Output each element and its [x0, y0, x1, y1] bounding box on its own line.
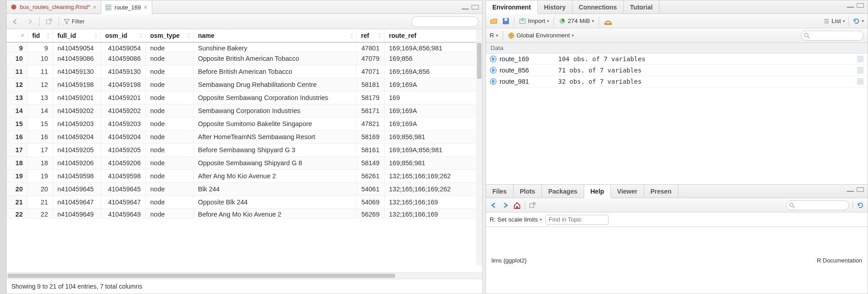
minimize-pane-icon[interactable] [462, 5, 469, 9]
tab-help[interactable]: Help [584, 185, 611, 198]
svg-rect-22 [858, 56, 863, 62]
chevron-down-icon: ▾ [843, 18, 845, 23]
svg-line-20 [808, 36, 809, 38]
popout-icon[interactable] [529, 202, 536, 209]
data-frame-icon[interactable] [857, 55, 864, 63]
import-dataset-dropdown[interactable]: Import ▾ [519, 18, 549, 25]
col-osm-type[interactable]: osm_type [145, 29, 193, 42]
table-row[interactable]: 99n410459054410459054nodeSunshine Bakery… [7, 42, 482, 52]
chevron-down-icon: ▾ [540, 217, 542, 222]
env-section-data: Data [486, 43, 868, 54]
tab-environment[interactable]: Environment [486, 1, 538, 14]
table-row[interactable]: 1414n410459202410459202nodeSembawang Cor… [7, 104, 482, 118]
load-workspace-icon[interactable] [490, 17, 498, 25]
home-icon[interactable] [513, 202, 521, 209]
col-fid[interactable]: fid [27, 29, 53, 42]
expand-icon[interactable] [490, 67, 497, 74]
environment-scope-dropdown[interactable]: Global Environment ▾ [508, 32, 574, 39]
env-object-name: route_981 [500, 78, 558, 85]
tab-bus-routes-cleaning[interactable]: bus_routes_cleaning.Rmd* × [7, 0, 101, 14]
env-object-desc: 104 obs. of 7 variables [558, 55, 857, 63]
tab-tutorial[interactable]: Tutorial [624, 0, 659, 14]
table-row[interactable]: 1919n410459598410459598nodeAfter Ang Mo … [7, 170, 482, 183]
refresh-icon[interactable] [857, 202, 864, 209]
minimize-pane-icon[interactable] [847, 3, 854, 8]
close-icon[interactable]: × [93, 4, 96, 11]
table-row[interactable]: 1313n410459201410459201nodeOpposite Semb… [7, 91, 482, 104]
data-frame-icon[interactable] [857, 67, 864, 74]
data-frame-icon[interactable] [857, 78, 864, 85]
forward-button[interactable] [25, 17, 35, 27]
table-row[interactable]: 1515n410459203410459203nodeOpposite Sumi… [7, 118, 482, 131]
col-osm-id[interactable]: osm_id [100, 29, 145, 42]
tab-history[interactable]: History [538, 0, 573, 14]
separator [514, 17, 514, 26]
help-page-title: lims {ggplot2} [491, 257, 527, 264]
filter-button[interactable]: Filter [64, 18, 85, 25]
scrollbar-thumb[interactable] [477, 43, 482, 79]
help-tabs: Files Plots Packages Help Viewer Presen [486, 185, 868, 198]
svg-point-19 [804, 33, 808, 37]
refresh-dropdown[interactable]: ▾ [853, 18, 864, 25]
table-row[interactable]: 2222n410459649410459649nodeBefore Ang Mo… [7, 209, 482, 218]
arrow-left-icon[interactable] [490, 202, 498, 209]
back-button[interactable] [10, 17, 20, 27]
view-mode-dropdown[interactable]: List ▾ [823, 18, 845, 24]
table-row[interactable]: 2121n410459647410459647nodeOpposite Blk … [7, 196, 482, 209]
col-ref[interactable]: ref [356, 29, 384, 42]
env-object-row[interactable]: route_98132 obs. of 7 variables [486, 76, 868, 87]
separator [525, 201, 525, 210]
find-in-topic-input[interactable] [545, 215, 609, 225]
help-toolbar [486, 198, 868, 213]
separator [554, 17, 554, 26]
tab-connections[interactable]: Connections [573, 0, 624, 14]
tab-packages[interactable]: Packages [542, 185, 584, 198]
svg-rect-40 [530, 204, 534, 208]
vertical-scrollbar[interactable] [476, 29, 482, 265]
env-object-row[interactable]: route_169104 obs. of 7 variables [486, 54, 868, 65]
col-route-ref[interactable]: route_ref [384, 29, 482, 42]
maximize-pane-icon[interactable] [857, 187, 864, 192]
popout-button[interactable] [44, 17, 54, 27]
search-input[interactable] [411, 16, 479, 27]
expand-icon[interactable] [490, 78, 497, 85]
save-workspace-icon[interactable] [502, 18, 509, 25]
clear-objects-icon[interactable] [604, 17, 613, 25]
table-row[interactable]: 1212n410459198410459198nodeSembawang Dru… [7, 78, 482, 91]
refresh-icon [853, 18, 860, 25]
minimize-pane-icon[interactable] [847, 187, 854, 192]
env-tabs: Environment History Connections Tutorial [486, 0, 868, 14]
close-icon[interactable]: × [144, 4, 147, 11]
arrow-right-icon[interactable] [501, 202, 509, 209]
memory-usage-dropdown[interactable]: 274 MiB ▾ [559, 18, 594, 25]
help-topic-dropdown[interactable]: R: Set scale limits ▾ [490, 216, 542, 223]
col-rownum[interactable] [7, 29, 27, 42]
tab-route-169[interactable]: route_169 × [101, 1, 152, 14]
expand-icon[interactable] [490, 55, 497, 63]
maximize-pane-icon[interactable] [857, 3, 864, 8]
tab-plots[interactable]: Plots [514, 185, 542, 198]
horizontal-scrollbar[interactable] [7, 272, 482, 279]
help-search-input[interactable] [786, 200, 849, 210]
table-row[interactable]: 1111n410459130410459130nodeBefore Britis… [7, 65, 482, 78]
col-name[interactable]: name [193, 29, 356, 42]
table-row[interactable]: 1010n410459086410459086nodeOpposite Brit… [7, 52, 482, 65]
table-row[interactable]: 2020n410459645410459645nodeBlk 244540611… [7, 183, 482, 196]
env-object-row[interactable]: route_85671 obs. of 7 variables [486, 65, 868, 76]
table-row[interactable]: 1616n410459204410459204nodeAfter HomeTea… [7, 131, 482, 144]
svg-point-0 [11, 5, 16, 9]
tab-files[interactable]: Files [486, 185, 514, 198]
env-search-input[interactable] [801, 31, 864, 41]
scrollbar-thumb[interactable] [8, 274, 395, 278]
arrow-right-icon [26, 18, 33, 25]
maximize-pane-icon[interactable] [472, 5, 479, 9]
tab-presentation[interactable]: Presen [644, 185, 678, 198]
col-full-id[interactable]: full_id [53, 29, 100, 42]
language-dropdown[interactable]: R ▾ [490, 32, 498, 39]
env-scope-bar: R ▾ Global Environment ▾ [486, 28, 868, 43]
tab-viewer[interactable]: Viewer [611, 185, 644, 198]
table-row[interactable]: 1818n410459206410459206nodeOpposite Semb… [7, 157, 482, 170]
table-row[interactable]: 1717n410459205410459205nodeBefore Sembaw… [7, 144, 482, 157]
separator [59, 17, 59, 26]
source-tabs-bar: bus_routes_cleaning.Rmd* × route_169 × [7, 0, 482, 14]
